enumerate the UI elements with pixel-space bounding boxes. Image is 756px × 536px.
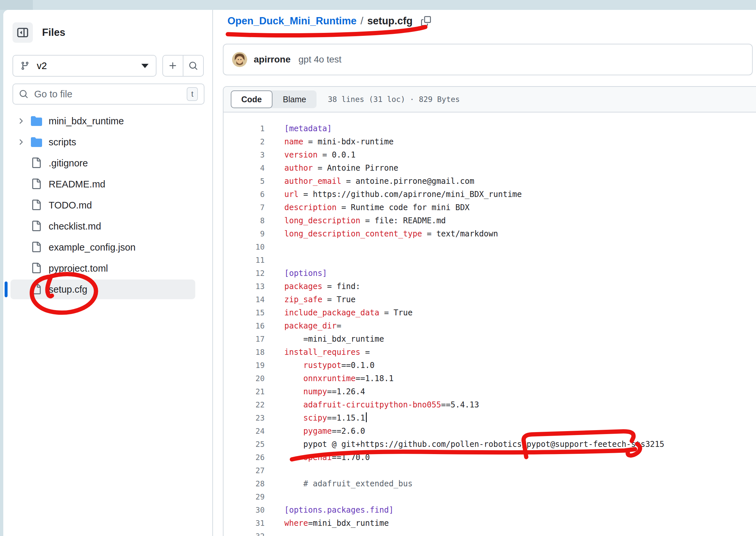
line-number[interactable]: 13 bbox=[224, 280, 265, 293]
code-line-10: 10 bbox=[224, 240, 756, 253]
line-content: onnxruntime==1.18.1 bbox=[284, 372, 394, 385]
code-line-32: 32 bbox=[224, 530, 756, 536]
line-content: description = Runtime code for mini BDX bbox=[284, 201, 470, 214]
line-number[interactable]: 6 bbox=[224, 188, 265, 201]
line-number[interactable]: 14 bbox=[224, 293, 265, 306]
branch-name: v2 bbox=[37, 60, 47, 71]
file-icon bbox=[31, 221, 42, 232]
tree-item-README.md[interactable]: README.md bbox=[3, 174, 212, 195]
line-number[interactable]: 5 bbox=[224, 175, 265, 188]
code-line-12: 12[options] bbox=[224, 267, 756, 280]
line-number[interactable]: 11 bbox=[224, 253, 265, 267]
chevron-right-icon[interactable] bbox=[16, 117, 25, 125]
line-content: long_description = file: README.md bbox=[284, 214, 446, 227]
chevron-right-icon[interactable] bbox=[16, 138, 25, 146]
file-tree-sidebar: Files v2 Go to file t mini_bdx_runtimesc… bbox=[3, 10, 213, 536]
line-number[interactable]: 1 bbox=[224, 122, 265, 135]
tree-item-label: scripts bbox=[48, 137, 76, 148]
line-number[interactable]: 25 bbox=[224, 438, 265, 451]
line-number[interactable]: 32 bbox=[224, 530, 265, 536]
code-line-31: 31where=mini_bdx_runtime bbox=[224, 517, 756, 530]
line-number[interactable]: 28 bbox=[224, 477, 265, 490]
tree-actions-group bbox=[162, 55, 204, 77]
commit-author[interactable]: apirrone bbox=[254, 54, 291, 65]
code-line-19: 19 rustypot==0.1.0 bbox=[224, 359, 756, 372]
line-number[interactable]: 26 bbox=[224, 451, 265, 464]
avatar[interactable] bbox=[232, 52, 247, 67]
line-number[interactable]: 16 bbox=[224, 319, 265, 332]
line-number[interactable]: 30 bbox=[224, 503, 265, 517]
code-line-18: 18install_requires = bbox=[224, 346, 756, 359]
line-number[interactable]: 4 bbox=[224, 161, 265, 175]
line-number[interactable]: 15 bbox=[224, 306, 265, 319]
tree-item-checklist.md[interactable]: checklist.md bbox=[3, 216, 212, 237]
tree-item-pyproject.toml[interactable]: pyproject.toml bbox=[3, 258, 212, 279]
tree-item-.gitignore[interactable]: .gitignore bbox=[3, 152, 212, 174]
line-number[interactable]: 23 bbox=[224, 411, 265, 424]
line-number[interactable]: 9 bbox=[224, 227, 265, 240]
avatar-image bbox=[232, 52, 247, 67]
line-content: [options] bbox=[284, 267, 327, 280]
tree-item-label: .gitignore bbox=[48, 158, 88, 169]
line-number[interactable]: 17 bbox=[224, 332, 265, 346]
tree-item-example_config.json[interactable]: example_config.json bbox=[3, 237, 212, 258]
line-number[interactable]: 19 bbox=[224, 359, 265, 372]
collapse-sidebar-button[interactable] bbox=[13, 22, 33, 43]
search-tree-button[interactable] bbox=[183, 55, 203, 76]
code-line-20: 20 onnxruntime==1.18.1 bbox=[224, 372, 756, 385]
line-number[interactable]: 22 bbox=[224, 398, 265, 411]
code-line-21: 21 numpy==1.26.4 bbox=[224, 385, 756, 398]
line-content: rustypot==0.1.0 bbox=[284, 359, 375, 372]
file-tree: mini_bdx_runtimescripts.gitignoreREADME.… bbox=[3, 111, 212, 300]
file-icon bbox=[31, 179, 42, 190]
line-content: author_email = antoine.pirrone@gmail.com bbox=[284, 175, 474, 188]
git-branch-icon bbox=[20, 61, 30, 70]
code-line-25: 25 pypot @ git+https://github.com/pollen… bbox=[224, 438, 756, 451]
line-number[interactable]: 10 bbox=[224, 240, 265, 253]
line-number[interactable]: 20 bbox=[224, 372, 265, 385]
tree-item-scripts[interactable]: scripts bbox=[3, 132, 212, 152]
code-line-17: 17 =mini_bdx_runtime bbox=[224, 332, 756, 346]
file-icon bbox=[31, 200, 42, 211]
line-content: adafruit-circuitpython-bno055==5.4.13 bbox=[284, 398, 479, 411]
line-content: author = Antoine Pirrone bbox=[284, 161, 398, 175]
line-number[interactable]: 2 bbox=[224, 135, 265, 148]
tree-item-label: example_config.json bbox=[48, 242, 136, 253]
line-number[interactable]: 3 bbox=[224, 148, 265, 161]
tab-blame[interactable]: Blame bbox=[272, 90, 317, 108]
line-number[interactable]: 29 bbox=[224, 490, 265, 503]
line-content: packages = find: bbox=[284, 280, 360, 293]
main-content: Open_Duck_Mini_Runtime / setup.cfg apirr… bbox=[212, 10, 756, 536]
shortcut-key-badge: t bbox=[187, 87, 198, 101]
page-panel: Files v2 Go to file t mini_bdx_runtimesc… bbox=[3, 10, 756, 536]
line-number[interactable]: 12 bbox=[224, 267, 265, 280]
commit-message[interactable]: gpt 4o test bbox=[299, 54, 341, 65]
tree-item-setup.cfg[interactable]: setup.cfg bbox=[3, 279, 212, 300]
tree-item-label: checklist.md bbox=[48, 221, 101, 232]
tree-item-TODO.md[interactable]: TODO.md bbox=[3, 195, 212, 216]
folder-icon bbox=[31, 116, 42, 127]
tree-item-mini_bdx_runtime[interactable]: mini_bdx_runtime bbox=[3, 111, 212, 132]
breadcrumb-repo-link[interactable]: Open_Duck_Mini_Runtime bbox=[228, 15, 357, 27]
branch-selector-button[interactable]: v2 bbox=[13, 55, 156, 77]
file-view-header: Code Blame 38 lines (31 loc) · 829 Bytes bbox=[224, 87, 756, 113]
copy-path-button[interactable] bbox=[421, 16, 431, 26]
line-number[interactable]: 31 bbox=[224, 517, 265, 530]
line-number[interactable]: 21 bbox=[224, 385, 265, 398]
tab-code[interactable]: Code bbox=[231, 90, 272, 108]
latest-commit-bar[interactable]: apirrone gpt 4o test bbox=[223, 44, 753, 75]
breadcrumb-file-name: setup.cfg bbox=[367, 15, 413, 27]
go-to-file-input[interactable]: Go to file t bbox=[13, 84, 205, 105]
line-content: pygame==2.6.0 bbox=[284, 424, 365, 438]
file-icon bbox=[31, 242, 42, 253]
new-file-button[interactable] bbox=[163, 55, 183, 76]
line-content: zip_safe = True bbox=[284, 293, 356, 306]
tree-item-label: README.md bbox=[48, 179, 105, 190]
line-number[interactable]: 27 bbox=[224, 464, 265, 477]
line-number[interactable]: 18 bbox=[224, 346, 265, 359]
line-number[interactable]: 8 bbox=[224, 214, 265, 227]
file-icon bbox=[31, 284, 42, 295]
line-number[interactable]: 7 bbox=[224, 201, 265, 214]
line-number[interactable]: 24 bbox=[224, 424, 265, 438]
code-line-9: 9long_description_content_type = text/ma… bbox=[224, 227, 756, 240]
